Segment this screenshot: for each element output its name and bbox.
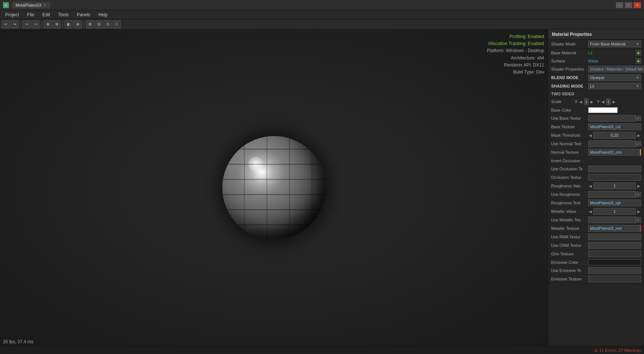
use-normal-texture-field[interactable] <box>588 140 636 147</box>
shader-mode-dropdown[interactable]: From Base Material ▼ <box>588 41 641 47</box>
menu-edit[interactable]: Edit <box>39 11 54 18</box>
scale-y-increase-button[interactable]: ▶ <box>612 100 616 104</box>
use-base-texture-field[interactable] <box>588 115 636 122</box>
base-material-row: Base Material Lit ◉ <box>548 49 644 57</box>
metallic-increase-button[interactable]: ▶ <box>637 210 641 214</box>
emissive-color-swatch[interactable] <box>588 259 641 265</box>
use-base-texture-label: Use Base Textur <box>551 116 588 120</box>
main-area: Profiling: Enabled Allocation Tracking: … <box>0 30 644 346</box>
shading-mode-dropdown[interactable]: Lit ▼ <box>588 83 641 89</box>
toolbar-close-button[interactable]: ⊗ <box>53 20 61 28</box>
toolbar-add-button[interactable]: ⊕ <box>44 20 52 28</box>
use-base-texture-checkbox[interactable]: ✓ <box>636 116 641 121</box>
blend-mode-label: BLEND MODE <box>551 75 588 80</box>
orm-texture-field[interactable]: ... <box>588 251 641 257</box>
normal-texture-field[interactable]: MetalPlates03_nrm <box>588 149 641 156</box>
toolbar-back-button[interactable]: ⇦ <box>23 20 31 28</box>
metallic-value[interactable]: 1 <box>593 208 636 215</box>
occlusion-texture-field[interactable]: ... <box>588 174 641 181</box>
toolbar-mode1-button[interactable]: ⊞ <box>86 20 94 28</box>
emissive-color-label: Emissive Color <box>551 260 588 265</box>
use-roughness-field[interactable] <box>588 191 636 198</box>
use-base-texture-row: Use Base Textur ✓ <box>548 114 644 123</box>
close-button[interactable]: ✕ <box>634 2 641 8</box>
emissive-texture-value: ... <box>590 277 593 281</box>
toolbar-mode2-button[interactable]: ⊟ <box>95 20 103 28</box>
toolbar-eye-button[interactable]: 👁 <box>74 20 82 28</box>
base-material-value: Lit <box>588 51 635 55</box>
toolbar-mode4-button[interactable]: ☉ <box>112 20 121 28</box>
scale-x-increase-button[interactable]: ▶ <box>590 100 594 104</box>
scale-y-decrease-button[interactable]: ◀ <box>601 100 605 104</box>
metallic-texture-field[interactable]: MetalPlates03_met <box>588 225 641 232</box>
use-rma-field[interactable] <box>588 234 641 240</box>
invert-occlusion-label: Invert Occlusion <box>551 159 588 163</box>
scale-y-label: Y <box>597 99 599 104</box>
use-emissive-field[interactable] <box>588 267 641 274</box>
base-color-row: Base Color <box>548 106 644 114</box>
use-occlusion-field[interactable] <box>588 166 641 172</box>
emissive-color-row: Emissive Color <box>548 258 644 266</box>
scale-x-decrease-button[interactable]: ◀ <box>579 100 583 104</box>
toolbar-separator-2 <box>41 21 42 28</box>
tab-close-icon[interactable]: ✕ <box>43 3 46 7</box>
shading-mode-label: SHADING MODE <box>551 84 588 88</box>
active-tab[interactable]: MetalPlates03 ✕ <box>12 2 50 8</box>
scale-x-label: X <box>575 99 577 104</box>
surface-picker-button[interactable]: ◉ <box>636 58 641 64</box>
toolbar-undo-button[interactable]: ↩ <box>1 20 10 28</box>
mask-threshold-label: Mask Threshold <box>551 133 588 137</box>
orm-texture-row: Orm Texture ... <box>548 250 644 258</box>
viewport[interactable]: Profiling: Enabled Allocation Tracking: … <box>0 30 548 346</box>
app-icon: G <box>3 2 9 8</box>
roughness-value-row: Roughness Valu ◀ 1 ▶ <box>548 182 644 190</box>
roughness-value[interactable]: 1 <box>593 183 636 189</box>
toolbar-preview-button[interactable]: ◐ <box>65 20 73 28</box>
base-color-swatch[interactable] <box>588 107 618 113</box>
base-texture-field[interactable]: MetalPlates03_col <box>588 123 641 130</box>
menu-project[interactable]: Project <box>1 11 23 18</box>
blend-mode-dropdown[interactable]: Opaque ▼ <box>588 74 641 81</box>
toolbar-redo-button[interactable]: ↪ <box>10 20 18 28</box>
use-metallic-field[interactable] <box>588 217 636 223</box>
roughness-texture-field[interactable]: MetalPlates03_rgh <box>588 200 641 206</box>
roughness-increase-button[interactable]: ▶ <box>637 184 641 188</box>
menu-tools[interactable]: Tools <box>54 11 72 18</box>
minimize-button[interactable]: – <box>616 2 623 8</box>
use-metallic-checkbox[interactable]: ✓ <box>636 217 641 222</box>
use-roughness-checkbox[interactable]: ✓ <box>636 192 641 197</box>
use-emissive-label: Use Emissive Te <box>551 268 588 273</box>
renderer-info: Renderer API: DX11 <box>487 62 544 69</box>
roughness-texture-row: Roughness Text MetalPlates03_rgh <box>548 199 644 207</box>
menu-file[interactable]: File <box>23 11 38 18</box>
emissive-texture-field[interactable]: ... <box>588 276 641 282</box>
allocation-status: Allocation Tracking: Enabled <box>487 40 544 47</box>
base-texture-row: Base Texture MetalPlates03_col <box>548 123 644 131</box>
toolbar-mode3-button[interactable]: ⊙ <box>104 20 112 28</box>
panel-title: Material Properties <box>548 30 644 40</box>
surface-row: Surface Metal ◉ <box>548 57 644 65</box>
toolbar-separator-3 <box>63 21 63 28</box>
use-normal-texture-checkbox[interactable]: ✓ <box>636 141 641 146</box>
base-material-picker-button[interactable]: ◉ <box>636 50 641 55</box>
shader-properties-dropdown[interactable]: Shaders / Materials / Default Ma ▼ <box>588 66 644 72</box>
scale-label: Scale <box>551 99 573 104</box>
metallic-decrease-button[interactable]: ◀ <box>588 210 593 214</box>
mask-threshold-value[interactable]: 0.25 <box>593 132 636 139</box>
toolbar-forward-button[interactable]: ⇨ <box>31 20 40 28</box>
platform-info: Platform: Windows - Desktop <box>487 47 544 54</box>
menu-help[interactable]: Help <box>95 11 111 18</box>
mask-threshold-decrease-button[interactable]: ◀ <box>588 133 593 137</box>
use-orm-field[interactable] <box>588 242 641 249</box>
use-orm-row: Use ORM Textur <box>548 241 644 250</box>
normal-texture-label: Normal Texture <box>551 150 588 154</box>
scale-y-value[interactable]: 1 <box>606 98 611 105</box>
sphere-preview <box>222 136 326 239</box>
scale-x-value[interactable]: 1 <box>584 98 589 105</box>
roughness-decrease-button[interactable]: ◀ <box>588 184 593 188</box>
metallic-texture-row: Metallic Texture MetalPlates03_met <box>548 224 644 233</box>
mask-threshold-increase-button[interactable]: ▶ <box>637 133 641 137</box>
menu-panels[interactable]: Panels <box>73 11 94 18</box>
roughness-value-label: Roughness Valu <box>551 184 588 188</box>
maximize-button[interactable]: □ <box>625 2 632 8</box>
